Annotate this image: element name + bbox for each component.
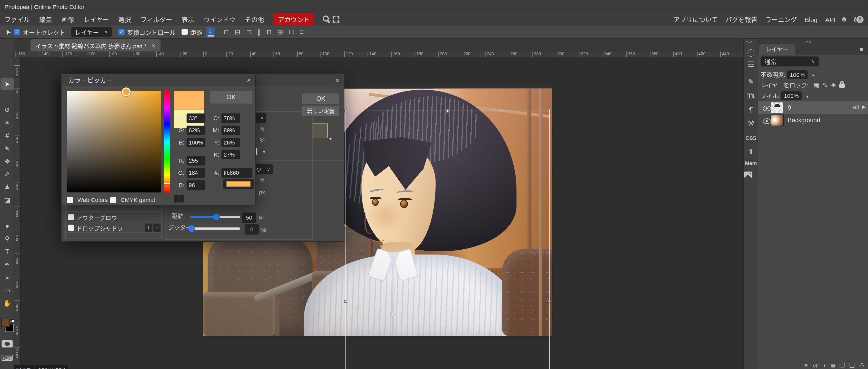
fill-value[interactable]: 100% [781, 91, 802, 100]
layer-thumbnail[interactable] [771, 102, 783, 113]
autoselect-checkbox[interactable]: ✓ [14, 29, 20, 35]
hex-field[interactable]: ffb860 [221, 168, 252, 177]
delete-layer-icon[interactable]: ♺ [859, 362, 865, 368]
transform-handle[interactable] [548, 110, 551, 112]
black-field[interactable]: 27% [221, 150, 240, 159]
ok-button[interactable]: OK [302, 94, 339, 104]
triangle-down-icon[interactable]: ▼ [329, 137, 333, 141]
jitter-slider[interactable] [190, 228, 240, 230]
contour-preview[interactable] [256, 148, 257, 155]
align-to-canvas-button[interactable]: ⇩ [206, 26, 215, 37]
brush-settings-icon[interactable]: ✎ [744, 77, 758, 86]
transform-box-left-edge[interactable] [345, 111, 346, 369]
picked-color-swatch-button[interactable] [223, 179, 254, 189]
green-field[interactable]: 184 [187, 168, 205, 177]
blue-field[interactable]: 96 [187, 180, 205, 190]
transform-handle[interactable] [446, 110, 449, 112]
transform-handle[interactable] [344, 110, 347, 112]
menu-item[interactable]: ファイル [4, 16, 30, 23]
default-colors-icon[interactable] [10, 319, 14, 323]
align-center-horizontal-icon[interactable]: ⊟ [235, 28, 241, 36]
align-right-icon[interactable]: ⊐ [246, 28, 252, 36]
document-dimensions-indicator[interactable]: 4093 × 2894 [35, 365, 68, 369]
color-swatch[interactable] [183, 195, 184, 202]
menu-link[interactable]: API [825, 16, 835, 23]
align-bottom-icon[interactable]: ⊔ [289, 28, 294, 36]
memory-indicator[interactable]: Mem [744, 160, 758, 166]
range-slider[interactable] [190, 216, 240, 218]
dialog-title-bar[interactable]: カラーピッカー [62, 74, 255, 86]
menu-link[interactable]: Blog [805, 16, 817, 23]
color-swatches[interactable] [1, 319, 14, 335]
range-value[interactable]: 50 [242, 212, 256, 223]
type-tool[interactable]: T [1, 246, 14, 258]
layer-visibility-icon[interactable] [763, 119, 771, 124]
distribute-vertical-icon[interactable]: ≡ [300, 28, 304, 36]
layer-row[interactable]: Background [758, 114, 868, 127]
menu-link[interactable]: バグを報告 [725, 16, 757, 23]
close-icon[interactable]: × [247, 76, 251, 84]
fullscreen-icon[interactable] [333, 16, 340, 23]
hand-tool[interactable]: ✋ [1, 297, 14, 309]
paragraph-panel-icon[interactable]: ¶ [744, 106, 758, 114]
keyboard-shortcuts-icon[interactable]: ⌨ [1, 353, 13, 363]
image-panel-icon[interactable] [744, 171, 752, 177]
menu-item[interactable]: 編集 [39, 16, 52, 23]
search-icon[interactable] [323, 15, 330, 23]
style-preview-swatch[interactable] [313, 124, 328, 138]
saturation-brightness-field[interactable] [67, 91, 161, 193]
magenta-field[interactable]: 89% [221, 126, 240, 135]
menu-item[interactable]: フィルター [141, 16, 172, 23]
character-panel-icon[interactable]: Tt [744, 93, 758, 100]
account-menu-button[interactable]: アカウント [274, 13, 314, 25]
info-icon[interactable]: ⓘ [744, 48, 758, 58]
crop-tool[interactable]: # [1, 130, 14, 142]
triangle-down-icon[interactable]: ▼ [811, 73, 815, 77]
link-layers-icon[interactable]: ⚭ [803, 362, 808, 368]
style-row-drop-shadow[interactable]: ドロップシャドウ ↕ + [66, 222, 160, 233]
horizontal-ruler[interactable]: -160-140-120-100-80-60-40-20020406080100… [14, 52, 743, 58]
group-layers-icon[interactable]: ❐ [839, 362, 845, 368]
marquee-select-tool[interactable] [1, 91, 14, 103]
twitter-icon[interactable]: t [853, 14, 857, 23]
blur-tool[interactable]: ● [1, 220, 14, 232]
menu-item[interactable]: 表示 [182, 16, 194, 23]
transform-box-right-edge[interactable] [549, 111, 550, 369]
transform-handle[interactable] [344, 300, 347, 303]
layer-visibility-icon[interactable] [763, 106, 771, 111]
yellow-field[interactable]: 26% [221, 138, 240, 147]
layer-row[interactable]: 9 eff ▶ [758, 101, 868, 114]
web-colors-checkbox[interactable] [67, 197, 73, 203]
magic-wand-tool[interactable]: ✶ [1, 116, 14, 129]
direct-select-tool[interactable]: ➢ [1, 271, 14, 284]
lasso-tool[interactable]: ↺ [1, 104, 14, 116]
close-icon[interactable]: × [336, 76, 339, 84]
lock-pixels-icon[interactable]: ✎ [823, 82, 828, 89]
adjustments-icon[interactable]: ☲ [744, 60, 758, 68]
lock-all-icon[interactable] [839, 83, 845, 88]
hue-slider-indicator[interactable] [164, 183, 170, 184]
layer-name[interactable]: 9 [788, 104, 791, 111]
layer-thumbnail[interactable] [771, 115, 783, 126]
document-tab[interactable]: イラスト素材:路線バス車内 歩夢さん.psd * × [31, 39, 160, 52]
panel-menu-icon[interactable]: ≡ [857, 45, 866, 54]
menu-link[interactable]: ラーニング [765, 16, 797, 23]
align-top-icon[interactable]: ⊓ [266, 28, 272, 36]
opacity-value[interactable]: 100% [787, 70, 807, 79]
brush-tool[interactable]: ✐ [1, 168, 14, 181]
layer-effects-icon[interactable]: eff [813, 362, 818, 368]
tools-panel-icon[interactable]: ⚒ [744, 119, 758, 127]
adjustment-layer-icon[interactable]: ◐ [823, 362, 827, 368]
layer-name[interactable]: Background [788, 117, 820, 124]
collapse-panels-icon[interactable]: <> [746, 39, 752, 44]
healing-tool[interactable]: ❖ [1, 155, 14, 168]
cyan-field[interactable]: 78% [221, 113, 240, 123]
shape-tool[interactable]: ▭ [1, 284, 14, 297]
distance-checkbox[interactable] [181, 29, 187, 35]
lock-transparency-icon[interactable]: ▦ [813, 82, 819, 89]
outer-glow-checkbox[interactable] [68, 214, 74, 221]
color-picker-handle[interactable] [122, 88, 131, 96]
hue-slider[interactable] [164, 91, 170, 193]
lock-position-icon[interactable]: ✥ [831, 82, 836, 89]
align-left-icon[interactable]: ⊏ [223, 28, 229, 36]
